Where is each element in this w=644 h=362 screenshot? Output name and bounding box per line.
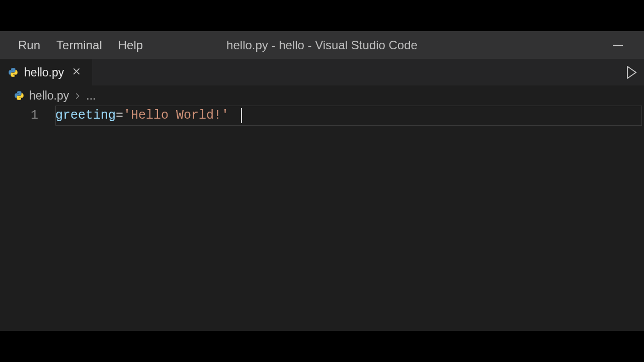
- line-number-gutter: 1: [0, 106, 55, 331]
- code-area[interactable]: greeting = 'Hello World!': [55, 106, 644, 331]
- menu-help[interactable]: Help: [110, 34, 151, 56]
- vertical-scrollbar[interactable]: [638, 106, 644, 331]
- tab-hello-py[interactable]: hello.py: [0, 59, 93, 85]
- close-tab-icon[interactable]: [70, 66, 83, 79]
- breadcrumb[interactable]: hello.py ...: [0, 85, 644, 106]
- titlebar: Run Terminal Help hello.py - hello - Vis…: [0, 31, 644, 59]
- run-file-button[interactable]: [626, 66, 637, 79]
- menu-terminal[interactable]: Terminal: [48, 34, 110, 56]
- current-line-highlight: [55, 106, 642, 126]
- menu-run[interactable]: Run: [10, 34, 48, 56]
- breadcrumb-more[interactable]: ...: [86, 89, 96, 103]
- vscode-window: Run Terminal Help hello.py - hello - Vis…: [0, 31, 644, 331]
- breadcrumb-file: hello.py: [29, 89, 69, 103]
- tab-label: hello.py: [24, 66, 64, 79]
- menu-bar: Run Terminal Help: [0, 34, 151, 56]
- line-number: 1: [0, 106, 38, 126]
- minimize-button[interactable]: [613, 45, 623, 46]
- python-file-icon: [8, 67, 18, 77]
- python-file-icon: [14, 90, 24, 101]
- editor[interactable]: 1 greeting = 'Hello World!': [0, 106, 644, 331]
- tab-bar: hello.py: [0, 59, 644, 85]
- window-title: hello.py - hello - Visual Studio Code: [226, 38, 418, 52]
- chevron-right-icon: [74, 89, 81, 103]
